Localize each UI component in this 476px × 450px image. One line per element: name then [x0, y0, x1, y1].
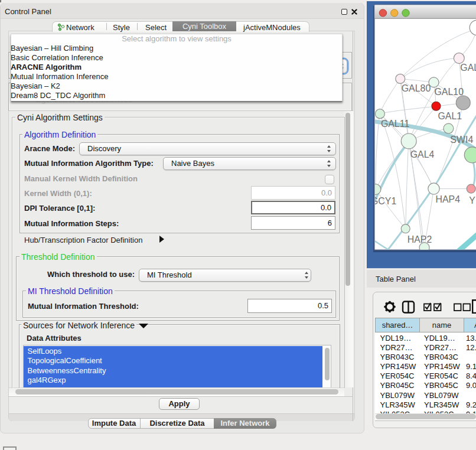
svg-text:HAP2: HAP2 — [407, 234, 432, 244]
svg-text:GAL1: GAL1 — [438, 111, 462, 121]
svg-text:GAL: GAL — [460, 63, 476, 73]
svg-text:GAL4: GAL4 — [410, 149, 435, 159]
svg-text:GAL10: GAL10 — [434, 87, 464, 97]
svg-text:GAL11: GAL11 — [381, 119, 409, 129]
svg-text:Y: Y — [469, 195, 475, 206]
svg-text:GAL80: GAL80 — [402, 83, 431, 93]
svg-text:SWI4: SWI4 — [450, 135, 473, 145]
svg-text:HAP4: HAP4 — [435, 194, 460, 204]
